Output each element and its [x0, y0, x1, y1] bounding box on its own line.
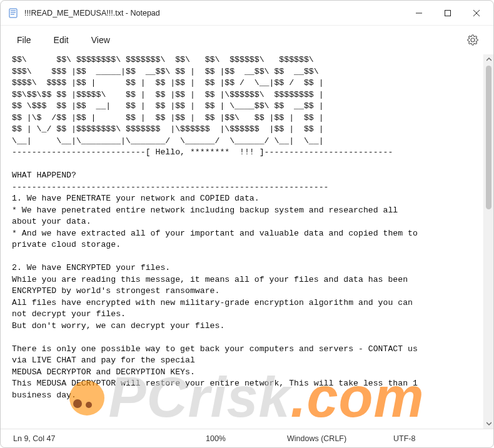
menu-file[interactable]: File — [7, 31, 41, 49]
menu-view[interactable]: View — [81, 31, 120, 49]
scroll-thumb[interactable] — [486, 66, 491, 209]
chevron-down-icon — [486, 421, 491, 426]
menu-edit[interactable]: Edit — [44, 31, 79, 49]
status-cursor-position: Ln 9, Col 47 — [6, 434, 162, 443]
minimize-icon — [416, 10, 422, 16]
maximize-button[interactable] — [433, 3, 462, 23]
svg-rect-5 — [445, 10, 451, 16]
scroll-up-button[interactable] — [484, 54, 493, 64]
status-line-ending: Windows (CRLF) — [287, 434, 393, 443]
title-bar: !!!READ_ME_MEDUSA!!!.txt - Notepad — [1, 1, 493, 26]
editor-area: $$\ $$\ $$$$$$$$\ $$$$$$$\ $$\ $$\ $$$$$… — [1, 54, 493, 429]
chevron-up-icon — [486, 57, 491, 62]
status-bar: Ln 9, Col 47 100% Windows (CRLF) UTF-8 — [1, 429, 493, 447]
svg-rect-0 — [9, 9, 17, 17]
document-text[interactable]: $$\ $$\ $$$$$$$$\ $$$$$$$\ $$\ $$\ $$$$$… — [12, 54, 475, 401]
window-title: !!!READ_ME_MEDUSA!!!.txt - Notepad — [24, 9, 405, 17]
gear-icon — [467, 34, 478, 46]
close-button[interactable] — [462, 3, 491, 23]
status-zoom[interactable]: 100% — [162, 434, 287, 443]
minimize-button[interactable] — [405, 3, 433, 23]
close-icon — [473, 10, 480, 16]
notepad-icon — [8, 8, 18, 18]
menu-bar: File Edit View — [1, 26, 493, 54]
text-content-area[interactable]: $$\ $$\ $$$$$$$$\ $$$$$$$\ $$\ $$\ $$$$$… — [1, 54, 483, 429]
window-controls — [405, 3, 491, 23]
maximize-icon — [445, 10, 451, 16]
vertical-scrollbar[interactable] — [483, 54, 493, 429]
scroll-down-button[interactable] — [484, 419, 493, 429]
notepad-window: !!!READ_ME_MEDUSA!!!.txt - Notepad File … — [0, 0, 494, 448]
status-encoding: UTF-8 — [393, 434, 488, 443]
settings-button[interactable] — [458, 34, 487, 46]
